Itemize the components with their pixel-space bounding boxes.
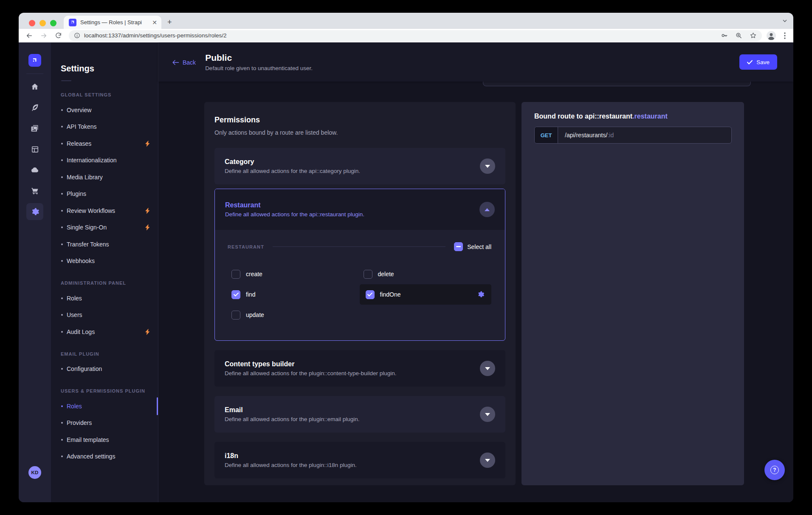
lightning-icon <box>145 140 150 147</box>
sidebar-item-review-workflows[interactable]: Review Workflows <box>51 202 158 219</box>
permission-delete[interactable]: delete <box>360 264 492 284</box>
back-link[interactable]: Back <box>172 59 196 66</box>
chevron-down-icon[interactable] <box>480 158 495 174</box>
sidebar-item-email-templates[interactable]: Email templates <box>51 431 158 448</box>
profile-icon[interactable] <box>766 31 776 41</box>
tab-close-icon[interactable]: ✕ <box>152 20 157 25</box>
permissions-panel: Permissions Only actions bound by a rout… <box>204 102 516 485</box>
strapi-favicon-icon <box>69 19 76 26</box>
sidebar-item-single-sign-on[interactable]: Single Sign-On <box>51 219 158 236</box>
site-info-icon[interactable] <box>74 32 80 39</box>
check-icon <box>367 292 372 297</box>
subnav-divider <box>61 80 71 81</box>
traffic-lights <box>29 20 56 26</box>
password-key-icon[interactable] <box>721 32 728 39</box>
sidebar-item-overview[interactable]: Overview <box>51 102 158 119</box>
create-checkbox[interactable] <box>231 270 240 279</box>
permission-find[interactable]: find <box>228 284 360 305</box>
sidebar-item-internationalization[interactable]: Internationalization <box>51 152 158 169</box>
help-icon: ? <box>770 466 779 474</box>
bookmark-star-icon[interactable] <box>750 32 757 39</box>
back-icon[interactable] <box>25 31 34 40</box>
sidebar-item-media-library[interactable]: Media Library <box>51 169 158 186</box>
find-checkbox[interactable] <box>231 290 240 299</box>
permissions-subtitle: Only actions bound by a route are listed… <box>214 129 505 136</box>
chevron-up-icon[interactable] <box>479 202 495 217</box>
accordion-category[interactable]: Category Define all allowed actions for … <box>214 148 505 184</box>
findone-checkbox[interactable] <box>366 290 375 299</box>
permission-update[interactable]: update <box>228 305 360 325</box>
settings-subnav: Settings GLOBAL SETTINGS Overview API To… <box>51 42 158 502</box>
chevron-down-icon[interactable] <box>480 407 495 422</box>
nav-section-title: USERS & PERMISSIONS PLUGIN <box>61 388 158 393</box>
forward-icon[interactable] <box>39 31 48 40</box>
update-checkbox[interactable] <box>231 311 240 320</box>
new-tab-button[interactable]: + <box>167 18 172 26</box>
zoom-icon[interactable] <box>735 32 742 39</box>
home-icon[interactable] <box>26 78 43 95</box>
check-icon <box>747 60 753 65</box>
reload-icon[interactable] <box>54 31 63 40</box>
minus-icon <box>456 246 461 247</box>
accordion-content-types-builder[interactable]: Content types builder Define all allowed… <box>214 350 505 387</box>
tab-title: Settings — Roles | Strapi <box>80 19 149 25</box>
page-subtitle: Default role given to unauthenticated us… <box>205 65 313 71</box>
chevron-down-icon[interactable] <box>480 453 495 468</box>
sidebar-item-advanced-settings[interactable]: Advanced settings <box>51 448 158 465</box>
nav-section-title: EMAIL PLUGIN <box>61 351 158 357</box>
sidebar-item-plugins[interactable]: Plugins <box>51 186 158 203</box>
back-arrow-icon <box>172 59 179 65</box>
sidebar-item-admin-roles[interactable]: Roles <box>51 290 158 307</box>
gear-icon[interactable] <box>477 291 485 298</box>
accordion-restaurant-header[interactable]: Restaurant Define all allowed actions fo… <box>215 189 505 230</box>
browser-tab[interactable]: Settings — Roles | Strapi ✕ <box>64 16 161 29</box>
check-icon <box>234 292 239 297</box>
lightning-icon <box>145 328 150 335</box>
sidebar-item-email-configuration[interactable]: Configuration <box>51 361 158 378</box>
settings-icon[interactable] <box>26 203 43 220</box>
bound-route-title: Bound route to api::restaurant.restauran… <box>534 113 731 120</box>
strapi-logo-icon[interactable] <box>28 54 41 67</box>
sidebar-item-api-tokens[interactable]: API Tokens <box>51 119 158 136</box>
cloud-icon[interactable] <box>26 161 43 178</box>
sidebar-item-providers[interactable]: Providers <box>51 415 158 432</box>
menu-dots-icon[interactable] <box>784 32 786 39</box>
close-window-button[interactable] <box>29 20 35 26</box>
main-nav-rail: KD <box>19 42 51 502</box>
sidebar-item-releases[interactable]: Releases <box>51 135 158 152</box>
permission-findone[interactable]: findOne <box>360 284 492 305</box>
accordion-i18n[interactable]: i18n Define all allowed actions for the … <box>214 442 505 478</box>
sidebar-item-transfer-tokens[interactable]: Transfer Tokens <box>51 236 158 253</box>
media-library-icon[interactable] <box>26 120 43 137</box>
delete-checkbox[interactable] <box>364 270 372 279</box>
marketplace-icon[interactable] <box>26 182 43 199</box>
sidebar-item-up-roles[interactable]: Roles <box>51 398 158 415</box>
user-avatar[interactable]: KD <box>28 466 41 479</box>
url-bar[interactable]: localhost:1337/admin/settings/users-perm… <box>69 30 762 41</box>
nav-section-title: ADMINISTRATION PANEL <box>61 280 158 286</box>
select-all-checkbox[interactable] <box>454 242 463 251</box>
content-scroll-area[interactable]: Permissions Only actions bound by a rout… <box>158 82 793 502</box>
content-type-builder-icon[interactable] <box>26 141 43 158</box>
zoom-window-button[interactable] <box>50 20 56 26</box>
accordion-restaurant: Restaurant Define all allowed actions fo… <box>214 189 505 341</box>
sidebar-item-webhooks[interactable]: Webhooks <box>51 253 158 270</box>
browser-window: Settings — Roles | Strapi ✕ + localhost:… <box>19 13 793 502</box>
select-all-control[interactable]: Select all <box>454 242 491 251</box>
help-button[interactable]: ? <box>764 460 785 480</box>
permission-create[interactable]: create <box>228 264 360 284</box>
route-box: GET /api/restaurants/:id <box>534 127 732 144</box>
minimize-window-button[interactable] <box>39 20 46 26</box>
accordion-email[interactable]: Email Define all allowed actions for the… <box>214 396 505 433</box>
url-text[interactable]: localhost:1337/admin/settings/users-perm… <box>84 32 721 39</box>
lightning-icon <box>145 224 150 231</box>
permissions-title: Permissions <box>214 116 505 125</box>
save-button[interactable]: Save <box>739 54 777 70</box>
bound-route-panel: Bound route to api::restaurant.restauran… <box>522 102 744 485</box>
sidebar-item-admin-users[interactable]: Users <box>51 307 158 324</box>
content-manager-icon[interactable] <box>26 99 43 116</box>
route-path: /api/restaurants/:id <box>558 127 614 143</box>
tab-search-chevron-icon[interactable] <box>782 18 787 23</box>
sidebar-item-audit-logs[interactable]: Audit Logs <box>51 323 158 340</box>
chevron-down-icon[interactable] <box>480 361 495 376</box>
